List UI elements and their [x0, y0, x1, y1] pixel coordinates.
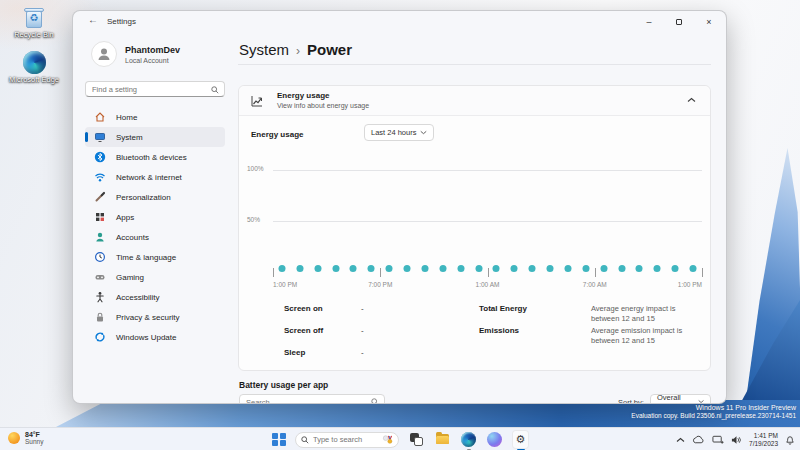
stat-screen-off-value: -: [361, 326, 364, 335]
chart-point: [564, 265, 571, 272]
update-arrows-icon: [94, 331, 106, 343]
notification-bell-icon[interactable]: [785, 434, 795, 445]
x-tick-label: 1:00 PM: [273, 281, 297, 288]
clock[interactable]: 1:41 PM 7/19/2023: [749, 432, 778, 448]
task-view-button[interactable]: [408, 431, 425, 448]
accounts-person-icon: [94, 231, 106, 243]
sidebar-item-time-language[interactable]: Time & language: [85, 247, 225, 267]
settings-window: ← Settings – × PhantomDev Local Account: [72, 10, 727, 404]
desktop-icon-label: Microsoft Edge: [8, 76, 60, 85]
accessibility-person-icon: [94, 291, 106, 303]
tray-time: 1:41 PM: [749, 432, 778, 440]
copilot-button[interactable]: [486, 431, 503, 448]
maximize-icon: [676, 19, 682, 25]
back-icon[interactable]: ←: [85, 14, 101, 25]
sidebar-item-personalization[interactable]: Personalization: [85, 187, 225, 207]
weather-condition: Sunny: [25, 438, 43, 445]
start-button[interactable]: [272, 433, 286, 447]
page-title: Power: [307, 41, 352, 58]
edge-taskbar-button[interactable]: [460, 431, 477, 448]
chevron-up-icon[interactable]: [687, 96, 696, 105]
chart-point: [314, 265, 321, 272]
desktop-icon-edge[interactable]: Microsoft Edge: [8, 51, 60, 85]
evaluation-watermark: Windows 11 Pro Insider Preview Evaluatio…: [631, 403, 796, 421]
card-title: Energy usage: [277, 91, 329, 100]
onedrive-cloud-icon[interactable]: [692, 435, 705, 444]
search-icon: [211, 86, 219, 94]
chart-point: [332, 265, 339, 272]
copilot-icon: [487, 432, 502, 447]
chevron-down-icon: [420, 130, 427, 135]
lock-icon: [94, 311, 106, 323]
breadcrumb-system[interactable]: System: [239, 41, 289, 58]
sidebar-item-apps[interactable]: Apps: [85, 207, 225, 227]
settings-search-box[interactable]: [85, 81, 225, 97]
window-title: Settings: [107, 17, 136, 26]
chart-plot-area: 1:00 PM 7:00 PM 1:00 AM 7:00 AM 1:00 PM: [273, 170, 702, 272]
x-tick-mark: [702, 268, 703, 277]
stat-screen-on-label: Screen on: [284, 304, 323, 313]
breadcrumb: System›Power: [239, 41, 352, 58]
sun-icon: [8, 432, 20, 444]
sidebar-item-privacy-security[interactable]: Privacy & security: [85, 307, 225, 327]
sidebar-item-windows-update[interactable]: Windows Update: [85, 327, 225, 347]
tray-date: 7/19/2023: [749, 440, 778, 448]
home-icon: [94, 111, 106, 123]
energy-usage-card-header[interactable]: Energy usage View info about energy usag…: [239, 86, 710, 116]
settings-taskbar-button[interactable]: ⚙: [512, 431, 529, 448]
widgets-weather-button[interactable]: 84°F Sunny: [8, 431, 43, 445]
minimize-button[interactable]: –: [634, 11, 664, 33]
desktop-icon-recycle-bin[interactable]: ♻ Recycle Bin: [8, 7, 60, 40]
chart-point: [350, 265, 357, 272]
x-tick-mark: [595, 268, 596, 277]
chart-point: [636, 265, 643, 272]
taskbar: 84°F Sunny ⚙: [0, 427, 800, 450]
chart-point: [672, 265, 679, 272]
stat-total-energy-label: Total Energy: [479, 304, 527, 313]
card-subtitle: View info about energy usage: [277, 102, 369, 109]
battery-section-title: Battery usage per app: [239, 380, 328, 390]
chart-point: [296, 265, 303, 272]
x-tick-mark: [488, 268, 489, 277]
taskbar-search-box[interactable]: [295, 432, 399, 448]
stat-total-energy-value: Average energy impact is between 12 and …: [591, 304, 703, 324]
y-tick-50: 50%: [247, 216, 269, 223]
network-icon[interactable]: [712, 435, 724, 445]
battery-search-input[interactable]: [246, 396, 366, 404]
sidebar-item-system[interactable]: System: [85, 127, 225, 147]
sidebar-item-gaming[interactable]: Gaming: [85, 267, 225, 287]
time-range-dropdown[interactable]: Last 24 hours: [364, 124, 434, 141]
sidebar-item-accounts[interactable]: Accounts: [85, 227, 225, 247]
close-button[interactable]: ×: [694, 11, 724, 33]
settings-search-input[interactable]: [92, 83, 208, 96]
tray-chevron-up-icon[interactable]: [676, 437, 685, 443]
file-explorer-button[interactable]: [434, 431, 451, 448]
wifi-icon: [94, 171, 106, 183]
desktop: ♻ Recycle Bin Microsoft Edge ← Settings …: [0, 0, 800, 450]
sidebar-item-bluetooth-devices[interactable]: Bluetooth & devices: [85, 147, 225, 167]
chart-point: [547, 265, 554, 272]
stat-screen-on-value: -: [361, 304, 364, 313]
energy-usage-row-label: Energy usage: [251, 130, 303, 139]
taskbar-search-input[interactable]: [313, 435, 378, 444]
avatar[interactable]: [91, 41, 117, 67]
search-icon: [301, 436, 309, 444]
chart-point: [421, 265, 428, 272]
clock-icon: [94, 251, 106, 263]
chart-point: [690, 265, 697, 272]
stat-screen-off-label: Screen off: [284, 326, 323, 335]
sidebar-item-home[interactable]: Home: [85, 107, 225, 127]
window-titlebar[interactable]: ← Settings – ×: [73, 11, 726, 33]
battery-search-box[interactable]: [239, 394, 385, 404]
search-icon: [371, 398, 379, 404]
system-icon: [94, 131, 106, 143]
maximize-button[interactable]: [664, 11, 694, 33]
sidebar-item-network-internet[interactable]: Network & internet: [85, 167, 225, 187]
sidebar-item-accessibility[interactable]: Accessibility: [85, 287, 225, 307]
chart-point: [618, 265, 625, 272]
chart-point: [475, 265, 482, 272]
desktop-icon-label: Recycle Bin: [8, 31, 60, 40]
content-divider: [238, 64, 711, 65]
volume-icon[interactable]: [731, 435, 742, 445]
user-account-type: Local Account: [125, 57, 169, 64]
